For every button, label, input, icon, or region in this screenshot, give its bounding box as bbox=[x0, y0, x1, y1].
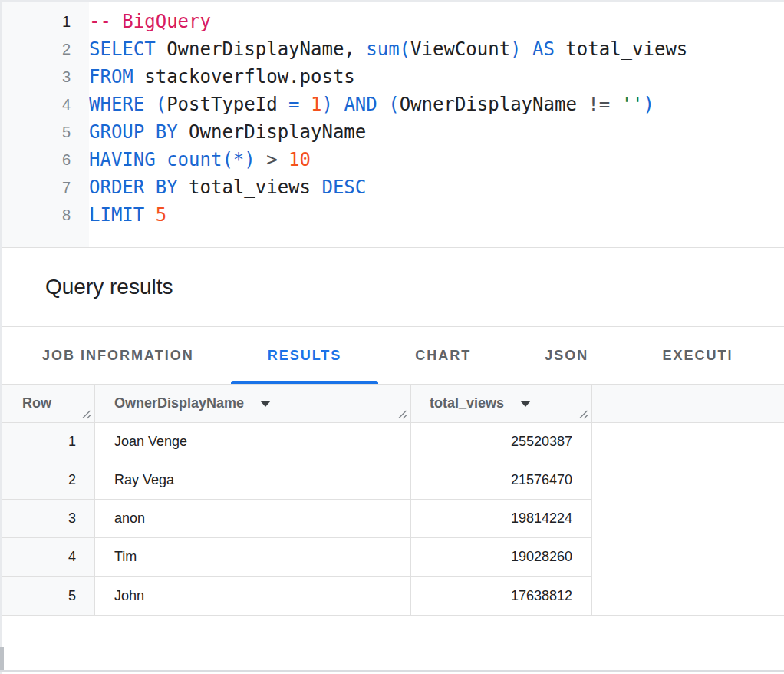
sort-dropdown-icon[interactable] bbox=[260, 401, 271, 407]
sort-dropdown-icon[interactable] bbox=[520, 401, 531, 407]
code-token bbox=[333, 94, 344, 115]
code-token bbox=[377, 94, 388, 115]
code-token: SELECT bbox=[89, 38, 156, 60]
sql-editor-code[interactable]: -- BigQuerySELECT OwnerDisplayName, sum(… bbox=[89, 2, 784, 247]
code-token: != bbox=[588, 94, 610, 115]
table-header-row: Row OwnerDisplayName total_views bbox=[2, 385, 784, 423]
line-number: 8 bbox=[2, 201, 89, 229]
code-token: DESC bbox=[321, 177, 366, 198]
line-number: 3 bbox=[2, 63, 89, 91]
line-number: 2 bbox=[2, 35, 89, 63]
code-token: 1 bbox=[311, 94, 321, 115]
row-number-cell: 3 bbox=[2, 500, 95, 538]
tab-job-information[interactable]: JOB INFORMATION bbox=[5, 327, 231, 384]
code-line: ORDER BY total_views DESC bbox=[89, 173, 784, 201]
line-number: 4 bbox=[2, 91, 89, 118]
tab-json[interactable]: JSON bbox=[508, 327, 625, 384]
line-number: 7 bbox=[2, 173, 89, 201]
code-token: OwnerDisplayName bbox=[178, 121, 367, 143]
filler-cell bbox=[592, 577, 784, 615]
filler-cell bbox=[592, 500, 784, 538]
column-label: OwnerDisplayName bbox=[114, 395, 244, 411]
code-token: GROUP BY bbox=[89, 121, 178, 143]
tab-executi[interactable]: EXECUTI bbox=[625, 327, 769, 384]
code-token: ( bbox=[156, 94, 166, 115]
code-token: ORDER BY bbox=[89, 177, 178, 198]
filler-cell bbox=[592, 461, 784, 500]
query-results-header: Query results bbox=[2, 248, 784, 327]
code-token: total_views bbox=[178, 177, 322, 198]
code-token bbox=[522, 38, 532, 60]
code-token: 10 bbox=[288, 149, 311, 170]
code-token: HAVING bbox=[89, 149, 156, 170]
code-line: FROM stackoverflow.posts bbox=[89, 63, 784, 91]
code-line: WHERE (PostTypeId = 1) AND (OwnerDisplay… bbox=[89, 91, 784, 118]
page-title: Query results bbox=[45, 275, 173, 299]
row-number-cell: 1 bbox=[2, 423, 95, 461]
tab-chart[interactable]: CHART bbox=[378, 327, 508, 384]
owner-display-name-cell: John bbox=[95, 577, 411, 615]
code-token: PostTypeId bbox=[166, 94, 288, 115]
column-header-total-views[interactable]: total_views bbox=[411, 385, 592, 422]
column-label: Row bbox=[22, 395, 51, 411]
code-line: SELECT OwnerDisplayName, sum(ViewCount) … bbox=[89, 35, 784, 63]
code-token: ( bbox=[388, 94, 399, 115]
column-header-filler bbox=[592, 385, 784, 422]
code-token bbox=[144, 94, 155, 115]
code-token: count(*) bbox=[166, 149, 255, 170]
column-label: total_views bbox=[430, 395, 504, 411]
column-header-ownerdisplayname[interactable]: OwnerDisplayName bbox=[95, 385, 411, 422]
code-line: -- BigQuery bbox=[89, 8, 784, 35]
code-token bbox=[156, 149, 166, 170]
owner-display-name-cell: Joan Venge bbox=[95, 423, 411, 461]
table-row: 2Ray Vega21576470 bbox=[2, 461, 784, 500]
table-row: 3anon19814224 bbox=[2, 500, 784, 538]
code-token: FROM bbox=[89, 66, 133, 88]
results-table-body: 1Joan Venge255203872Ray Vega215764703ano… bbox=[2, 423, 784, 616]
total-views-cell: 19028260 bbox=[411, 538, 592, 577]
filler-cell bbox=[592, 423, 784, 461]
bigquery-panel: 12345678 -- BigQuerySELECT OwnerDisplayN… bbox=[0, 0, 784, 674]
owner-display-name-cell: anon bbox=[95, 500, 411, 538]
table-row: 4Tim19028260 bbox=[2, 538, 784, 577]
total-views-cell: 17638812 bbox=[411, 577, 592, 615]
row-number-cell: 5 bbox=[2, 577, 95, 615]
line-number: 1 bbox=[2, 8, 89, 35]
code-token: total_views bbox=[555, 38, 687, 60]
code-line: GROUP BY OwnerDisplayName bbox=[89, 118, 784, 146]
scrollbar-thumb[interactable] bbox=[0, 647, 4, 671]
code-token: sum( bbox=[366, 38, 410, 60]
code-token: stackoverflow.posts bbox=[133, 66, 355, 88]
column-resize-grip-icon[interactable] bbox=[578, 409, 588, 419]
code-token: '' bbox=[621, 94, 644, 115]
code-token: AS bbox=[532, 38, 555, 60]
code-token: -- BigQuery bbox=[89, 11, 211, 32]
owner-display-name-cell: Ray Vega bbox=[95, 461, 411, 500]
row-number-cell: 4 bbox=[2, 538, 95, 577]
row-number-cell: 2 bbox=[2, 461, 95, 500]
code-token: ) bbox=[321, 94, 332, 115]
editor-gutter: 12345678 bbox=[2, 2, 89, 247]
results-tab-bar: JOB INFORMATIONRESULTSCHARTJSONEXECUTI bbox=[2, 327, 784, 385]
code-line: HAVING count(*) > 10 bbox=[89, 146, 784, 173]
code-token: OwnerDisplayName bbox=[400, 94, 588, 115]
code-token: AND bbox=[344, 94, 377, 115]
total-views-cell: 25520387 bbox=[411, 423, 592, 461]
column-header-row[interactable]: Row bbox=[2, 385, 95, 422]
table-row: 1Joan Venge25520387 bbox=[2, 423, 784, 461]
code-token: ) bbox=[510, 38, 521, 60]
code-token: 5 bbox=[156, 204, 166, 226]
column-resize-grip-icon[interactable] bbox=[81, 409, 91, 419]
tab-results[interactable]: RESULTS bbox=[231, 327, 379, 384]
filler-cell bbox=[592, 538, 784, 577]
code-token: OwnerDisplayName, bbox=[156, 38, 367, 60]
total-views-cell: 21576470 bbox=[411, 461, 592, 500]
code-token: LIMIT bbox=[89, 204, 144, 226]
line-number: 5 bbox=[2, 118, 89, 146]
sql-editor[interactable]: 12345678 -- BigQuerySELECT OwnerDisplayN… bbox=[2, 2, 784, 248]
column-resize-grip-icon[interactable] bbox=[397, 409, 407, 419]
code-token: > bbox=[266, 149, 277, 170]
code-token bbox=[278, 149, 288, 170]
code-token bbox=[610, 94, 621, 115]
total-views-cell: 19814224 bbox=[411, 500, 592, 538]
